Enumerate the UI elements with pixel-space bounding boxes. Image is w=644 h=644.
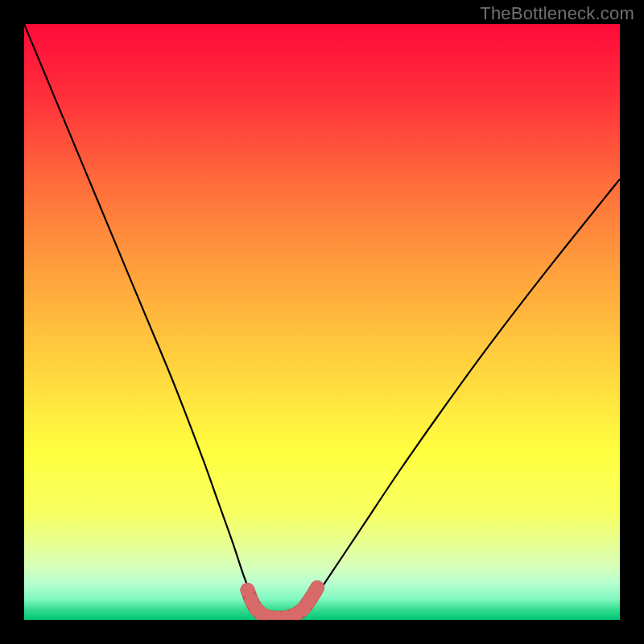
chart-background: [24, 24, 620, 620]
sweet-spot-marker: [310, 580, 324, 595]
chart-frame: TheBottleneck.com: [0, 0, 644, 644]
attribution-label: TheBottleneck.com: [480, 3, 634, 24]
chart-plot-area: [24, 24, 620, 620]
bottleneck-chart: [24, 24, 620, 620]
